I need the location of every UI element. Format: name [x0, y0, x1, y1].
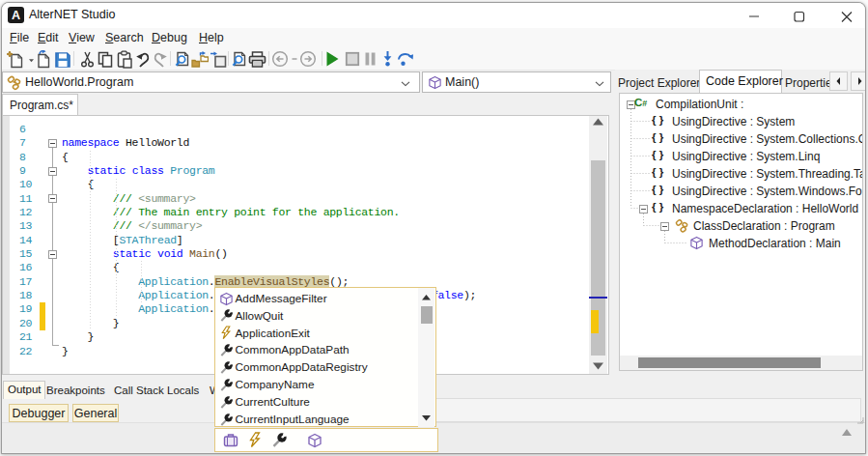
svg-text:A: A [12, 9, 20, 22]
